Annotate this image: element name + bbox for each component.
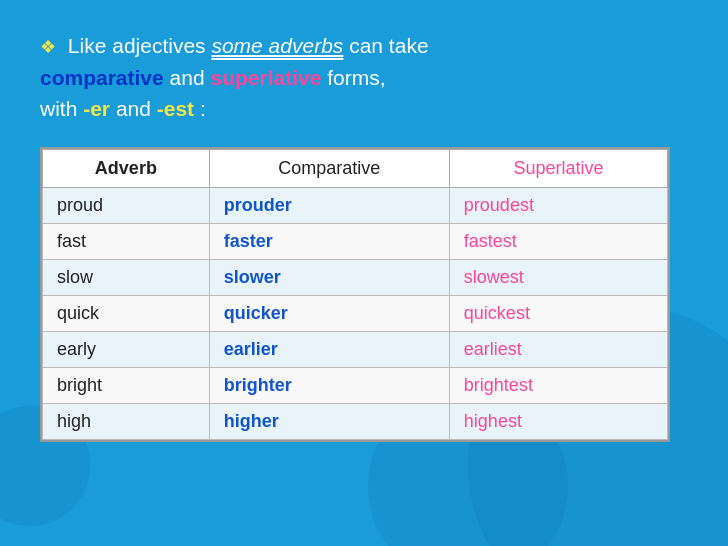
cell-row6-col0: high xyxy=(43,403,210,439)
superlative-label: superlative xyxy=(210,66,321,89)
cell-row2-col0: slow xyxy=(43,259,210,295)
table-row: slowslowerslowest xyxy=(43,259,668,295)
cell-row0-col0: proud xyxy=(43,187,210,223)
adverbs-text: some adverbs xyxy=(211,34,343,57)
table-header-row: Adverb Comparative Superlative xyxy=(43,149,668,187)
intro-with: with xyxy=(40,97,83,120)
er-suffix: -er xyxy=(83,97,110,120)
table-row: proudprouderproudest xyxy=(43,187,668,223)
cell-row3-col1: quicker xyxy=(209,295,449,331)
cell-row3-col0: quick xyxy=(43,295,210,331)
cell-row4-col1: earlier xyxy=(209,331,449,367)
cell-row5-col2: brightest xyxy=(449,367,667,403)
cell-row6-col1: higher xyxy=(209,403,449,439)
cell-row5-col1: brighter xyxy=(209,367,449,403)
header-adverb: Adverb xyxy=(43,149,210,187)
cell-row4-col0: early xyxy=(43,331,210,367)
table-row: earlyearlierearliest xyxy=(43,331,668,367)
intro-and: and xyxy=(116,97,157,120)
table-row: quickquickerquickest xyxy=(43,295,668,331)
cell-row4-col2: earliest xyxy=(449,331,667,367)
intro-text1: Like adjectives xyxy=(68,34,212,57)
est-suffix: -est xyxy=(157,97,194,120)
cell-row6-col2: highest xyxy=(449,403,667,439)
comparative-label: comparative xyxy=(40,66,164,89)
cell-row2-col1: slower xyxy=(209,259,449,295)
table-row: brightbrighterbrightest xyxy=(43,367,668,403)
table-row: highhigherhighest xyxy=(43,403,668,439)
adverb-table: Adverb Comparative Superlative proudprou… xyxy=(42,149,668,440)
intro-text3: and xyxy=(170,66,211,89)
intro-paragraph: ❖ Like adjectives some adverbs can take … xyxy=(40,30,688,125)
header-comparative: Comparative xyxy=(209,149,449,187)
cell-row3-col2: quickest xyxy=(449,295,667,331)
cell-row1-col2: fastest xyxy=(449,223,667,259)
header-superlative: Superlative xyxy=(449,149,667,187)
adverb-table-wrapper: Adverb Comparative Superlative proudprou… xyxy=(40,147,670,442)
table-row: fastfasterfastest xyxy=(43,223,668,259)
cell-row1-col1: faster xyxy=(209,223,449,259)
cell-row0-col2: proudest xyxy=(449,187,667,223)
cell-row2-col2: slowest xyxy=(449,259,667,295)
cell-row1-col0: fast xyxy=(43,223,210,259)
intro-text4: forms, xyxy=(327,66,385,89)
main-content: ❖ Like adjectives some adverbs can take … xyxy=(0,0,728,462)
cell-row0-col1: prouder xyxy=(209,187,449,223)
cell-row5-col0: bright xyxy=(43,367,210,403)
intro-text2: can take xyxy=(349,34,428,57)
intro-colon: : xyxy=(200,97,206,120)
diamond-icon: ❖ xyxy=(40,37,56,57)
